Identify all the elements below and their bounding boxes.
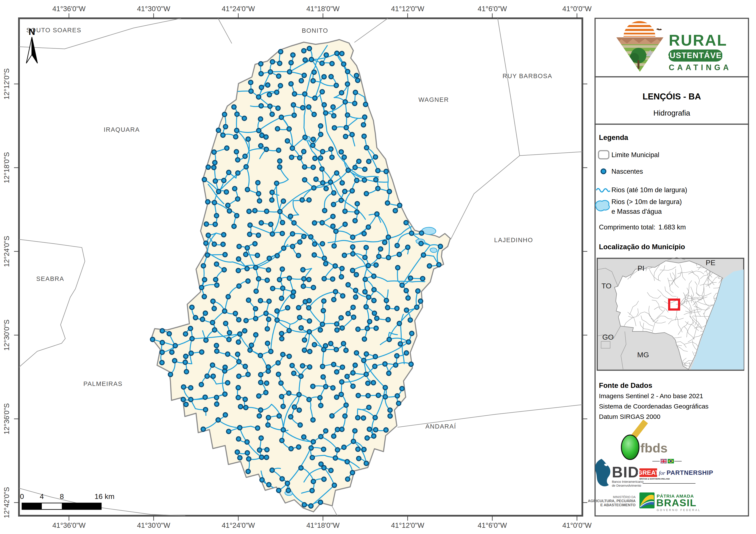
neighbor-label: IRAQUARA [104, 126, 140, 133]
ministry-line: AGRICULTURA, PECUÁRIA [588, 499, 635, 503]
neighbor-label: LAJEDINHO [494, 237, 533, 243]
state-label: TO [602, 282, 612, 290]
lon-label: 41°18'0"W [306, 5, 340, 13]
lon-label: 41°0'0"W [562, 5, 592, 13]
main-map: 41°36'0"W41°36'0"W41°30'0"W41°30'0"W41°2… [3, 5, 592, 529]
source-line: Datum SIRGAS 2000 [599, 413, 660, 420]
scale-label: 4 [40, 492, 44, 500]
locator-heading: Localização do Município [599, 243, 685, 251]
brazil-flag-icon [668, 459, 674, 463]
legend-limite-label: Limite Municipal [611, 151, 659, 159]
nascentes-icon [601, 169, 606, 174]
lon-label: 41°24'0"W [222, 5, 255, 13]
lon-label: 41°12'0"W [391, 5, 424, 13]
lat-label: 12°12'0"S [3, 68, 11, 100]
uk-flag-icon [661, 459, 667, 463]
brasil-label: BRASIL [656, 497, 696, 508]
neighbor-label: ANDARAÍ [425, 423, 456, 430]
sidebar: RURAL SUSTENTÁVEL CAATINGA LENÇÓIS - BA … [588, 18, 751, 516]
map-canvas: 41°36'0"W41°36'0"W41°30'0"W41°30'0"W41°2… [0, 0, 756, 534]
logo-subtitle: SUSTENTÁVEL [664, 51, 727, 60]
lon-label: 41°30'0"W [137, 5, 171, 13]
state-label: PI [637, 264, 644, 272]
bid-label: BID [612, 464, 639, 481]
lon-label: 41°6'0"W [478, 521, 507, 529]
lat-label: 12°24'0"S [3, 236, 11, 267]
governo-federal-label: GOVERNO FEDERAL [657, 508, 701, 512]
legend-nascentes-label: Nascentes [611, 168, 643, 175]
partnership-label: PARTNERSHIP [666, 469, 713, 476]
legend-rios-label: Rios (até 10m de largura) [611, 186, 687, 194]
state-label: PE [706, 259, 715, 267]
legend-rios-largos-label-1: Rios (> 10m de largura) [611, 198, 682, 206]
logo-title: RURAL [669, 32, 727, 49]
lon-label: 41°36'0"W [52, 5, 86, 13]
scale-label: 8 [60, 492, 64, 500]
lat-label: 12°18'0"S [3, 152, 11, 183]
lon-label: 41°30'0"W [137, 521, 171, 529]
bid-sub1: Banco Interamericano [612, 480, 643, 483]
map-subtitle: Hidrografia [653, 109, 690, 117]
lon-label: 41°0'0"W [562, 521, 592, 529]
water-body [430, 248, 437, 252]
lon-label: 41°6'0"W [478, 5, 507, 13]
map-title: LENÇÓIS - BA [642, 91, 701, 101]
massas-agua-icon [596, 200, 609, 211]
lon-label: 41°18'0"W [306, 521, 340, 529]
source-heading: Fonte de Dados [599, 381, 652, 389]
map-sheet: 41°36'0"W41°36'0"W41°30'0"W41°30'0"W41°2… [0, 0, 756, 534]
total-length: Comprimento total:1.683 km [599, 223, 686, 231]
legend-rios-largos-label-2: e Massas d'água [611, 208, 662, 215]
neighbor-label: WAGNER [418, 96, 449, 103]
source-line: Sistema de Coordenadas Geográficas [599, 403, 709, 410]
limite-municipal-icon [599, 151, 609, 159]
north-arrow-label: N [29, 27, 35, 37]
state-label: MG [637, 351, 649, 359]
fbds-sphere-icon [621, 435, 639, 460]
neighbor-label: BONITO [302, 27, 328, 34]
locator-map: Localização do Município PIPETOGOMG [597, 243, 751, 380]
legend-heading: Legenda [599, 134, 628, 141]
state-label: GO [602, 333, 614, 341]
lon-label: 41°24'0"W [222, 521, 255, 529]
lat-label: 12°30'0"S [3, 319, 11, 351]
great-label: GREAT [637, 469, 659, 476]
scale-label: 16 km [94, 492, 115, 500]
lat-label: 12°36'0"S [3, 403, 11, 435]
source-line: Imagens Sentinel 2 - Ano base 2021 [599, 393, 703, 399]
lon-label: 41°36'0"W [52, 521, 86, 529]
neighbor-label: PALMEIRAS [83, 380, 122, 387]
scale-label: 0 [20, 492, 24, 500]
brasil-flag-logo [639, 493, 655, 508]
lon-label: 41°12'0"W [391, 521, 424, 529]
for-label: for [659, 470, 665, 476]
fbds-label: fbds [640, 441, 668, 455]
neighbor-label: RUY BARBOSA [503, 72, 553, 79]
neighbor-label: SEABRA [36, 275, 64, 282]
ministry-line: MINISTÉRIO DA [613, 495, 636, 499]
ministry-line: E ABASTECIMENTO [601, 503, 635, 507]
logo-tagline: CAATINGA [669, 63, 731, 72]
great-sub-label: BRITAIN & NORTHERN IRELAND [639, 478, 670, 480]
bid-sub2: de Desenvolvimento [612, 484, 641, 487]
lat-label: 12°42'0"S [3, 487, 11, 518]
